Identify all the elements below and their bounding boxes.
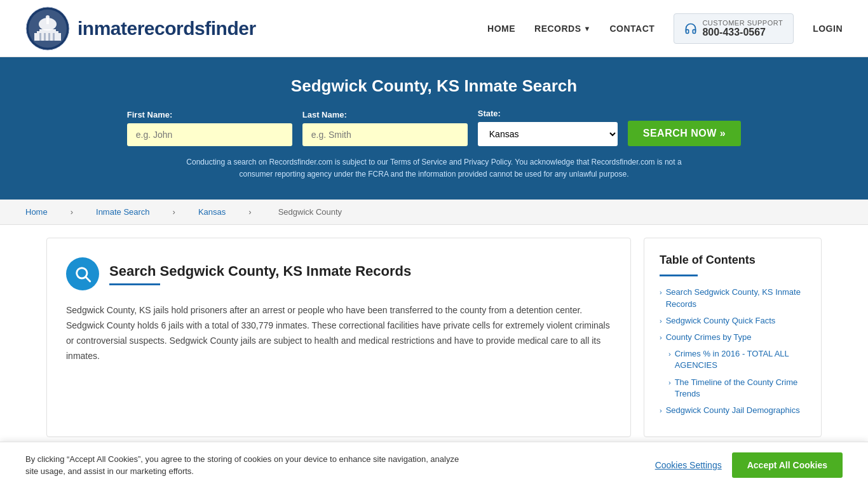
last-name-group: Last Name: [302,110,468,146]
site-header: inmaterecordsfinder HOME RECORDS ▼ CONTA… [0,0,868,57]
breadcrumb: Home › Inmate Search › Kansas › Sedgwick… [0,200,868,225]
support-info: CUSTOMER SUPPORT 800-433-0567 [702,19,783,38]
toc-chevron: › [660,406,662,416]
toc-link[interactable]: ›Search Sedgwick County, KS Inmate Recor… [660,287,806,309]
nav-records[interactable]: RECORDS [534,24,581,34]
first-name-input[interactable] [127,123,292,146]
toc-link-text: Search Sedgwick County, KS Inmate Record… [666,287,806,309]
breadcrumb-current: Sedgwick County [278,207,342,217]
toc-link[interactable]: ›The Timeline of the County Crime Trends [668,377,806,400]
toc-chevron: › [660,316,662,326]
state-select[interactable]: AlabamaAlaskaArizonaArkansasCaliforniaCo… [478,122,618,146]
toc-divider [660,274,698,276]
search-icon [74,265,92,283]
svg-line-13 [86,278,90,281]
toc-link-text: County Crimes by Type [666,332,752,343]
article-header: Search Sedgwick County, KS Inmate Record… [66,257,611,290]
toc-chevron: › [660,333,662,342]
toc-link[interactable]: ›Sedgwick County Jail Demographics [660,405,806,416]
article-search-icon [66,257,99,290]
support-number: 800-433-0567 [702,27,783,38]
svg-rect-9 [53,33,55,41]
toc-item: ›Sedgwick County Quick Facts [660,315,806,327]
toc-item: ›The Timeline of the County Crime Trends [668,377,806,400]
customer-support-box: CUSTOMER SUPPORT 800-433-0567 [674,13,794,44]
cookie-banner: By clicking “Accept All Cookies”, you ag… [0,442,868,450]
search-banner: Sedgwick County, KS Inmate Search First … [0,57,868,200]
breadcrumb-sep-2: › [173,207,175,217]
toc-item: ›Sedgwick County Jail Demographics [660,405,806,416]
main-article: Search Sedgwick County, KS Inmate Record… [46,238,631,437]
breadcrumb-inmate-search[interactable]: Inmate Search [96,207,150,217]
toc-link[interactable]: ›Sedgwick County Quick Facts [660,315,806,327]
toc-link-text: Crimes % in 2016 - TOTAL ALL AGENCIES [675,348,806,371]
toc-item: ›Search Sedgwick County, KS Inmate Recor… [660,287,806,309]
article-title: Search Sedgwick County, KS Inmate Record… [109,263,411,280]
toc-item: ›County Crimes by Type [660,332,806,343]
logo-text: inmaterecordsfinder [78,18,256,39]
first-name-group: First Name: [127,110,292,146]
headset-icon [684,22,697,35]
toc-chevron: › [668,378,671,388]
breadcrumb-home[interactable]: Home [25,207,48,217]
title-underline [109,283,160,285]
main-nav: HOME RECORDS ▼ CONTACT CUSTOMER SUPPORT … [487,13,843,44]
breadcrumb-kansas[interactable]: Kansas [198,207,226,217]
article-body: Sedgwick County, KS jails hold prisoners… [66,303,611,363]
toc-link-text: The Timeline of the County Crime Trends [675,377,806,400]
article-title-block: Search Sedgwick County, KS Inmate Record… [109,263,411,285]
toc-list: ›Search Sedgwick County, KS Inmate Recor… [660,287,806,416]
table-of-contents: Table of Contents ›Search Sedgwick Count… [644,238,822,437]
main-content: Search Sedgwick County, KS Inmate Record… [27,238,841,437]
last-name-input[interactable] [302,123,468,146]
banner-title: Sedgwick County, KS Inmate Search [25,76,843,96]
toc-chevron: › [660,288,662,297]
state-group: State: AlabamaAlaskaArizonaArkansasCalif… [478,109,618,146]
records-chevron: ▼ [584,25,591,32]
nav-login[interactable]: LOGIN [813,24,843,34]
breadcrumb-sep-1: › [71,207,73,217]
toc-link[interactable]: ›Crimes % in 2016 - TOTAL ALL AGENCIES [668,348,806,371]
nav-home[interactable]: HOME [487,24,515,34]
support-label: CUSTOMER SUPPORT [702,19,783,27]
last-name-label: Last Name: [302,110,347,119]
first-name-label: First Name: [127,110,173,119]
toc-chevron: › [668,349,671,359]
svg-rect-3 [39,29,56,31]
breadcrumb-sep-3: › [248,207,251,217]
disclaimer-text: Conducting a search on Recordsfinder.com… [180,156,688,180]
toc-link-text: Sedgwick County Quick Facts [666,315,776,327]
toc-item: ›Crimes % in 2016 - TOTAL ALL AGENCIES [668,348,806,371]
svg-rect-6 [39,33,41,41]
search-form: First Name: Last Name: State: AlabamaAla… [116,109,752,146]
svg-rect-5 [34,33,61,41]
nav-contact[interactable]: CONTACT [609,24,654,34]
svg-point-11 [46,15,50,19]
svg-rect-8 [48,33,50,41]
toc-title: Table of Contents [660,254,806,267]
toc-link[interactable]: ›County Crimes by Type [660,332,806,343]
logo-icon [25,6,70,51]
svg-rect-7 [44,33,46,41]
nav-records-container: RECORDS ▼ [534,24,590,34]
search-button[interactable]: SEARCH NOW » [628,121,741,146]
state-label: State: [478,109,501,118]
svg-rect-4 [37,31,58,33]
toc-link-text: Sedgwick County Jail Demographics [666,405,800,416]
logo[interactable]: inmaterecordsfinder [25,6,256,51]
